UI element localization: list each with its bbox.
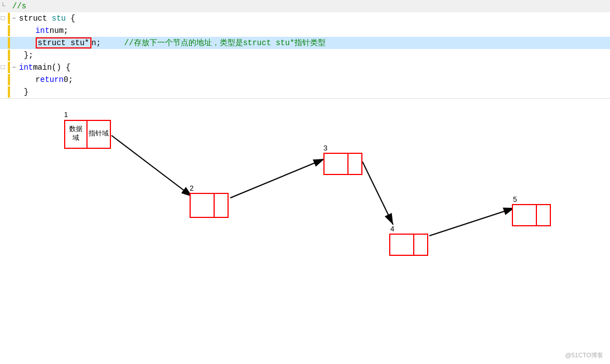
return-kw: eturn — [40, 75, 64, 84]
node-5-label: 5 — [513, 195, 551, 203]
struct-stu-ptr: struct stu* — [36, 37, 91, 48]
code-line-6: □ − int main() { — [0, 61, 610, 74]
code-line-2: □ − struct stu { — [0, 12, 610, 25]
indent-5 — [12, 51, 24, 60]
node-3-main-cell — [323, 153, 348, 175]
node-1-data-text: 数据域 — [66, 125, 85, 143]
ptr-var: n; — [91, 38, 101, 47]
yellow-bar-5 — [8, 50, 10, 61]
node-2-label: 2 — [190, 184, 229, 192]
code-content-2: struct stu { — [19, 14, 75, 23]
code-line-5: }; — [0, 49, 610, 61]
node-1: 1 数据域 指针域 — [64, 120, 111, 149]
node-1-ptr-cell: 指针域 — [88, 120, 111, 149]
struct-kw: struct — [19, 14, 52, 23]
yellow-bar-2 — [8, 13, 10, 24]
int-kw-6: int — [19, 63, 33, 72]
svg-line-3 — [429, 208, 515, 236]
yellow-bar-4 — [8, 37, 10, 48]
code-content-1: //s — [12, 2, 26, 11]
node-4-ptr-cell — [414, 234, 428, 256]
yellow-bar-3 — [8, 25, 10, 36]
comment-spacer — [101, 38, 124, 47]
node-1-data-cell: 数据域 — [64, 120, 88, 149]
indent-7 — [12, 75, 36, 84]
node-3-label: 3 — [323, 144, 362, 152]
node-4-label: 4 — [390, 225, 428, 233]
main-sig: main() { — [33, 63, 70, 72]
return-r: r — [36, 75, 40, 84]
node-5-ptr-cell — [537, 204, 551, 226]
node-4: 4 — [389, 225, 428, 256]
indent-3 — [12, 26, 36, 35]
node-2-main-cell — [190, 193, 215, 218]
yellow-bar-6 — [8, 62, 10, 73]
diagram-area: 1 数据域 指针域 2 3 4 5 — [0, 86, 610, 364]
yellow-bar-7 — [8, 74, 10, 85]
node-3-ptr-cell — [348, 153, 362, 175]
node-2: 2 — [190, 184, 229, 218]
code-line-1: └ //s — [0, 0, 610, 12]
ptr-comment: //存放下一个节点的地址，类型是struct stu*指针类型 — [124, 38, 326, 48]
watermark: @51CTO博客 — [565, 351, 603, 360]
node-1-label: 1 — [64, 111, 68, 119]
code-line-4: struct stu* n; //存放下一个节点的地址，类型是struct st… — [0, 37, 610, 49]
svg-line-2 — [362, 162, 393, 225]
code-line-3: int num; — [0, 25, 610, 37]
line-gutter-6: □ — [0, 64, 8, 71]
return-val: 0; — [64, 75, 73, 84]
node-2-ptr-cell — [215, 193, 229, 218]
line-gutter-1: └ — [0, 2, 8, 10]
num-decl: num; — [50, 26, 69, 35]
struct-name: stu — [52, 14, 66, 23]
node-5-main-cell — [512, 204, 537, 226]
code-line-7: return 0; — [0, 74, 610, 86]
brace-open: { — [66, 14, 75, 23]
svg-line-0 — [112, 135, 192, 197]
node-1-ptr-text: 指针域 — [89, 130, 109, 139]
code-editor: └ //s □ − struct stu { int num; struct s… — [0, 0, 610, 99]
indent-4 — [12, 38, 36, 47]
closing-brace-struct: }; — [24, 51, 33, 60]
collapse-icon-2[interactable]: − — [12, 15, 19, 22]
node-3: 3 — [323, 144, 362, 175]
yellow-bar-1 — [8, 1, 10, 12]
line-gutter-2: □ — [0, 14, 8, 22]
node-5: 5 — [512, 195, 551, 226]
node-4-main-cell — [389, 234, 414, 256]
int-kw-3: int — [36, 26, 50, 35]
collapse-icon-6[interactable]: − — [12, 64, 19, 71]
svg-line-1 — [230, 159, 325, 198]
